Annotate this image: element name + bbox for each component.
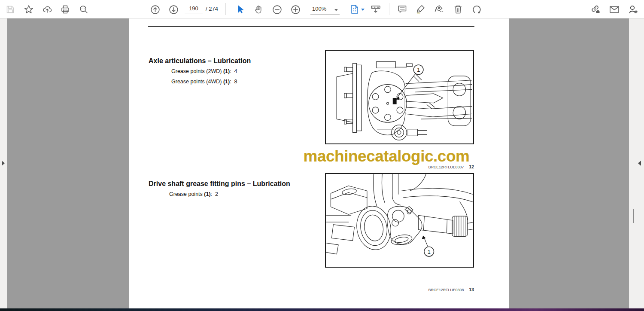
save-icon — [6, 5, 15, 14]
highlight-button[interactable] — [415, 3, 427, 15]
email-icon — [609, 4, 620, 15]
fit-page-icon — [349, 4, 360, 15]
search-icon — [79, 4, 89, 15]
pdf-page: 7 - MAINTENANCE Axle articulations – Lub… — [129, 18, 509, 308]
search-button[interactable] — [78, 3, 90, 15]
section-title: Drive shaft grease fitting pins – Lubric… — [149, 180, 290, 188]
hand-tool-button[interactable] — [253, 3, 265, 15]
select-tool-icon — [235, 4, 246, 15]
print-icon — [60, 4, 70, 15]
page-total-label: / 274 — [206, 6, 218, 12]
comment-button[interactable] — [396, 3, 408, 15]
toolbar: / 274 100% — [0, 0, 644, 18]
expand-left-panel-icon — [2, 161, 5, 166]
signature-button[interactable] — [433, 3, 445, 15]
zoom-out-icon — [272, 4, 283, 15]
vertical-scrollbar-thumb[interactable] — [633, 209, 634, 223]
expand-right-panel-icon[interactable] — [638, 161, 641, 166]
rotate-button[interactable] — [471, 3, 483, 15]
watermark: machinecatalogic.com — [236, 147, 509, 165]
zoom-in-icon — [290, 4, 301, 15]
page-number-field-wrap — [185, 4, 203, 14]
spec-line: Grease points (4WD) (1): 8 — [171, 79, 237, 85]
taskbar-edge — [0, 308, 644, 311]
zoom-in-button[interactable] — [289, 3, 301, 15]
figure-caption: BRCE12RTLUE030813 — [325, 287, 474, 292]
figure-number: 13 — [469, 287, 474, 292]
favorite-star-icon — [24, 4, 34, 15]
chevron-down-icon — [334, 5, 338, 13]
account-button[interactable] — [627, 3, 639, 15]
previous-page-button[interactable] — [149, 3, 161, 15]
delete-button[interactable] — [452, 3, 464, 15]
fit-width-icon — [370, 4, 381, 15]
signature-icon — [434, 4, 445, 15]
pdf-viewer-window: / 274 100% — [0, 0, 644, 311]
select-tool-button[interactable] — [234, 3, 246, 15]
page-down-icon — [168, 4, 179, 15]
figure-code: BRCE12RTLUE0308 — [428, 288, 464, 292]
next-page-button[interactable] — [167, 3, 179, 15]
comment-icon — [397, 4, 407, 15]
document-viewport: 7 - MAINTENANCE Axle articulations – Lub… — [0, 18, 644, 308]
fit-page-dropdown[interactable] — [360, 3, 366, 15]
spec-line: Grease points (1): 2 — [169, 191, 218, 197]
left-panel-toggle[interactable] — [0, 18, 7, 308]
page-number-input[interactable] — [185, 4, 203, 13]
zoom-out-button[interactable] — [271, 3, 283, 15]
section-title: Axle articulations – Lubrication — [149, 57, 251, 65]
account-icon — [628, 4, 639, 15]
toolbar-separator — [225, 3, 226, 15]
right-scroll-and-panel — [629, 18, 644, 308]
page-up-icon — [150, 4, 161, 15]
figure-code: BRCE12RTLUE0307 — [428, 165, 464, 169]
header-rule — [148, 26, 474, 27]
figure-axle-articulation: 1 — [325, 50, 474, 144]
cloud-upload-icon — [42, 4, 52, 15]
highlight-icon — [416, 4, 426, 15]
zoom-level-value: 100% — [312, 6, 326, 12]
rotate-icon — [471, 4, 482, 15]
upload-button[interactable] — [41, 3, 53, 15]
share-link-button[interactable] — [589, 3, 601, 15]
email-button[interactable] — [608, 3, 620, 15]
save-button[interactable] — [4, 3, 16, 15]
figure-drive-shaft: 1 — [325, 173, 474, 268]
fit-page-button[interactable] — [349, 3, 361, 15]
figure-callout-label: 1 — [417, 67, 420, 73]
share-link-icon — [590, 4, 601, 15]
fit-width-button[interactable] — [370, 3, 382, 15]
zoom-level-combo[interactable]: 100% — [310, 3, 340, 15]
chevron-down-icon — [361, 9, 365, 11]
delete-icon — [453, 4, 463, 15]
toolbar-separator — [389, 3, 389, 15]
figure-callout-label: 1 — [428, 249, 431, 255]
favorite-button[interactable] — [23, 3, 35, 15]
print-button[interactable] — [59, 3, 71, 15]
hand-tool-icon — [254, 4, 264, 15]
spec-line: Grease points (2WD) (1): 4 — [171, 68, 237, 74]
